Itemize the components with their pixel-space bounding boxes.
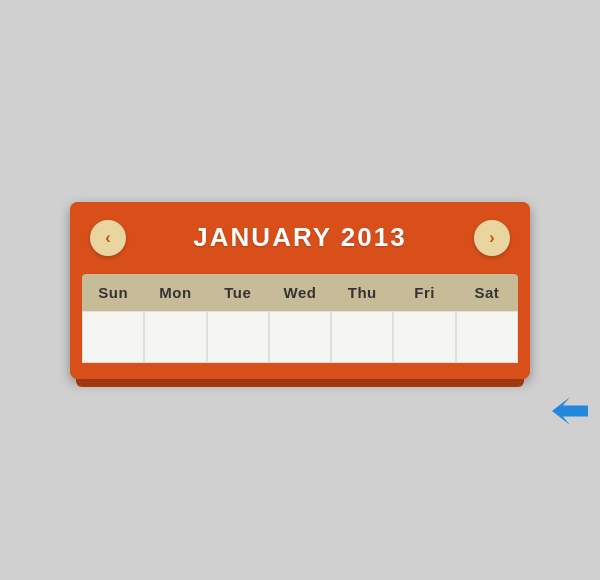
calendar: ‹ JANUARY 2013 › Sun Mon Tue Wed Thu Fri… [70, 202, 530, 379]
day-header-fri: Fri [393, 274, 455, 311]
calendar-grid [82, 311, 518, 363]
next-month-button[interactable]: › [474, 220, 510, 256]
calendar-cell-1-6[interactable] [393, 311, 455, 363]
chevron-left-icon: ‹ [105, 229, 110, 247]
prev-month-button[interactable]: ‹ [90, 220, 126, 256]
calendar-cell-1-7[interactable] [456, 311, 518, 363]
calendar-cell-1-3[interactable] [207, 311, 269, 363]
day-header-sat: Sat [456, 274, 518, 311]
month-title: JANUARY 2013 [193, 222, 406, 253]
day-header-thu: Thu [331, 274, 393, 311]
day-header-wed: Wed [269, 274, 331, 311]
calendar-cell-1-1[interactable] [82, 311, 144, 363]
day-header-mon: Mon [144, 274, 206, 311]
calendar-cell-1-4[interactable] [269, 311, 331, 363]
calendar-cell-1-5[interactable] [331, 311, 393, 363]
day-header-tue: Tue [207, 274, 269, 311]
calendar-header: ‹ JANUARY 2013 › [70, 202, 530, 274]
calendar-cell-1-2[interactable] [144, 311, 206, 363]
day-headers: Sun Mon Tue Wed Thu Fri Sat [82, 274, 518, 311]
day-header-sun: Sun [82, 274, 144, 311]
chevron-right-icon: › [489, 229, 494, 247]
calendar-widget: ‹ JANUARY 2013 › Sun Mon Tue Wed Thu Fri… [70, 202, 530, 379]
calendar-body: Sun Mon Tue Wed Thu Fri Sat [70, 274, 530, 379]
